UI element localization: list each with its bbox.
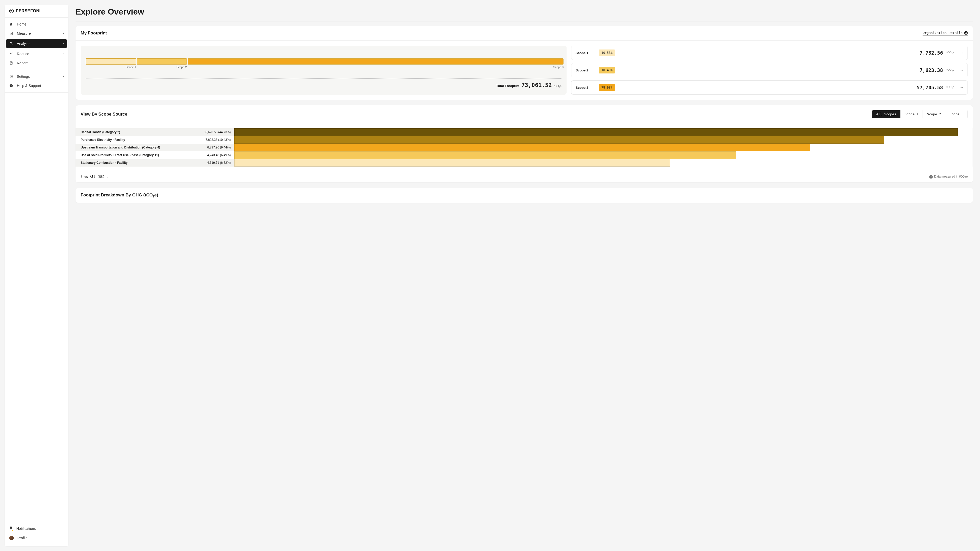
profile-label: Profile <box>18 536 27 540</box>
scope-row-3[interactable]: Scope 378.98%57,705.58tCO2e→ <box>571 80 968 95</box>
nav-item-analyze[interactable]: Analyze› <box>6 39 67 48</box>
source-value: 4,743.48 (6.49%) <box>207 153 231 157</box>
tab-scope-3[interactable]: Scope 3 <box>945 110 967 118</box>
footprint-body: Scope 1Scope 2Scope 3 Total Footprint 73… <box>76 41 973 100</box>
source-label: Upstream Transportation and Distribution… <box>81 146 160 149</box>
source-row: Capital Goods (Category 2)32,678.58 (44.… <box>76 128 973 136</box>
org-link-label: Organization Details <box>923 31 963 35</box>
profile-link[interactable]: Profile <box>6 533 67 543</box>
scope-source-header: View By Scope Source All ScopesScope 1Sc… <box>76 105 973 123</box>
scope-row-name: Scope 3 <box>576 86 591 89</box>
source-row-right <box>234 144 973 151</box>
tab-scope-2[interactable]: Scope 2 <box>923 110 945 118</box>
arrow-right-icon: → <box>960 86 963 89</box>
nav-label: Settings <box>17 75 30 79</box>
main: Explore Overview My Footprint Organizati… <box>68 0 980 551</box>
source-bar <box>234 128 958 136</box>
help-icon: ? <box>9 84 13 88</box>
scope-row-2[interactable]: Scope 210.43%7,623.38tCO2e→ <box>571 63 968 77</box>
source-row-left: Upstream Transportation and Distribution… <box>76 144 234 151</box>
total-value: 73,061.52 <box>522 82 552 88</box>
source-value: 6,897.96 (9.44%) <box>207 146 231 149</box>
scope-bar-labels: Scope 1Scope 2Scope 3 <box>86 65 562 68</box>
scope-bar-label-2: Scope 2 <box>137 65 186 68</box>
scope-row-value: 57,705.58 <box>917 85 943 90</box>
show-all-button[interactable]: Show All (55) ⌄ <box>81 175 108 179</box>
organization-details-link[interactable]: Organization Details i <box>923 31 968 35</box>
source-value: 32,678.58 (44.73%) <box>204 130 231 134</box>
scope-row-pct: 10.43% <box>599 67 615 73</box>
scope-bar-label-1: Scope 1 <box>86 65 136 68</box>
scope-row-unit: tCO2e <box>947 68 954 72</box>
chevron-right-icon: › <box>63 52 64 56</box>
source-label: Use of Sold Products: Direct Use Phase (… <box>81 153 159 157</box>
settings-icon <box>9 75 13 79</box>
my-footprint-title: My Footprint <box>81 30 107 36</box>
source-bar <box>234 144 810 151</box>
source-value: 4,619.71 (6.32%) <box>207 161 231 165</box>
nav-label: Analyze <box>17 41 30 46</box>
brand-text: PERSEFONI <box>16 9 41 13</box>
footprint-chart: Scope 1Scope 2Scope 3 Total Footprint 73… <box>81 46 566 95</box>
source-bar <box>234 136 884 144</box>
svg-line-5 <box>12 44 13 45</box>
nav-item-measure[interactable]: Measure› <box>6 29 67 38</box>
arrow-right-icon: → <box>960 68 963 72</box>
source-row-right <box>234 159 973 167</box>
source-row-right <box>234 136 973 144</box>
scope-row-unit: tCO2e <box>947 51 954 55</box>
sidebar-bottom: Notifications Profile <box>5 521 68 546</box>
chevron-right-icon: › <box>63 32 64 35</box>
measured-note: i Data measured in tCO2e <box>929 175 968 179</box>
nav-primary: HomeMeasure›Analyze›Reduce›Report <box>5 17 68 70</box>
scope-source-card: View By Scope Source All ScopesScope 1Sc… <box>76 105 973 183</box>
nav-secondary: Settings›?Help & Support <box>5 70 68 93</box>
scope-bar-label-3: Scope 3 <box>188 65 563 68</box>
nav-label: Report <box>17 61 27 65</box>
info-icon: i <box>964 31 968 35</box>
source-row-left: Purchased Electricity - Facility7,623.38… <box>76 136 234 144</box>
nav-item-help-support[interactable]: ?Help & Support <box>6 81 67 90</box>
footprint-total-row: Total Footprint 73,061.52 tCO2e <box>86 78 562 88</box>
tab-scope-1[interactable]: Scope 1 <box>900 110 923 118</box>
notifications-link[interactable]: Notifications <box>6 524 67 533</box>
tab-all-scopes[interactable]: All Scopes <box>872 110 900 118</box>
source-row: Stationary Combustion - Facility4,619.71… <box>76 159 973 167</box>
svg-text:?: ? <box>11 85 12 87</box>
scope-source-footer: Show All (55) ⌄ i Data measured in tCO2e <box>76 171 973 183</box>
source-row-left: Use of Sold Products: Direct Use Phase (… <box>76 151 234 159</box>
scope-tabs: All ScopesScope 1Scope 2Scope 3 <box>872 110 968 118</box>
analyze-icon <box>9 41 13 46</box>
arrow-right-icon: → <box>960 51 963 55</box>
total-unit: tCO2e <box>554 84 562 88</box>
scope-stacked-bar <box>86 59 562 65</box>
nav-label: Reduce <box>17 52 29 56</box>
my-footprint-header: My Footprint Organization Details i <box>76 26 973 41</box>
chevron-right-icon: › <box>63 42 64 45</box>
nav-item-settings[interactable]: Settings› <box>6 72 67 81</box>
source-row-left: Stationary Combustion - Facility4,619.71… <box>76 159 234 167</box>
scope-row-value: 7,732.56 <box>920 50 943 56</box>
source-row: Use of Sold Products: Direct Use Phase (… <box>76 151 973 159</box>
nav-item-home[interactable]: Home <box>6 20 67 29</box>
nav-item-reduce[interactable]: Reduce› <box>6 49 67 59</box>
source-row-left: Capital Goods (Category 2)32,678.58 (44.… <box>76 128 234 136</box>
nav-label: Help & Support <box>17 84 41 88</box>
source-bar <box>234 151 736 159</box>
source-value: 7,623.38 (10.43%) <box>205 138 231 141</box>
scope-row-pct: 10.58% <box>599 49 615 56</box>
scope-source-list: Capital Goods (Category 2)32,678.58 (44.… <box>76 123 973 171</box>
scope-row-1[interactable]: Scope 110.58%7,732.56tCO2e→ <box>571 46 968 60</box>
scope-row-pct: 78.98% <box>599 84 615 91</box>
my-footprint-card: My Footprint Organization Details i Scop… <box>76 26 973 100</box>
nav-label: Measure <box>17 32 30 35</box>
svg-point-4 <box>10 42 12 44</box>
info-icon: i <box>929 175 933 179</box>
ghg-title: Footprint Breakdown By GHG (tCO2e) <box>76 188 973 203</box>
source-row-right <box>234 128 973 136</box>
brand-logo: PERSEFONI <box>5 5 68 17</box>
sidebar: PERSEFONI HomeMeasure›Analyze›Reduce›Rep… <box>5 5 68 546</box>
scope-bar-2 <box>137 59 186 65</box>
nav-item-report[interactable]: Report <box>6 59 67 68</box>
scope-row-name: Scope 1 <box>576 51 591 55</box>
